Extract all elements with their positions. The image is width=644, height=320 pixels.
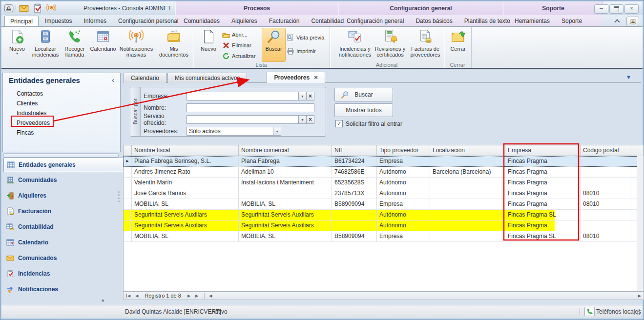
grid-cell[interactable]: Segurinitat Serveis Auxiliars xyxy=(132,210,239,220)
grid-cell[interactable]: Segurinitat Serveis Auxiliars xyxy=(239,220,332,231)
grid-cell[interactable] xyxy=(430,178,505,188)
ribbon-tab-alquileres[interactable]: Alquileres xyxy=(226,16,263,26)
grid-row[interactable]: ▸Plana Fabrega Serinseg, S.L.Plana Fabre… xyxy=(124,156,644,167)
ribbon-tab-facturacion[interactable]: Facturación xyxy=(264,16,305,26)
ribbon-tab-plantillas[interactable]: Plantillas de texto xyxy=(459,16,516,26)
grid-cell[interactable] xyxy=(332,210,377,220)
scroll-right-button[interactable]: ▶ xyxy=(636,294,644,298)
grid-cell[interactable]: Autónomo xyxy=(377,220,430,231)
minimize-button[interactable]: – xyxy=(594,4,608,14)
row-selector[interactable] xyxy=(124,167,132,177)
sidebar-item-clientes[interactable]: Clientes xyxy=(17,100,38,107)
grid-cell[interactable] xyxy=(581,178,630,188)
cerrar-button[interactable]: Cerrar xyxy=(445,28,471,62)
grid-cell[interactable]: Adellman 10 xyxy=(239,167,332,177)
buscar-button[interactable]: Buscar xyxy=(334,88,393,101)
grid-cell[interactable]: MOBILIA, SL xyxy=(132,199,239,209)
sidebar-item-industriales[interactable]: Industriales xyxy=(17,110,46,117)
ribbon-tab-configuracion-general[interactable]: Configuración general xyxy=(341,16,409,26)
grid-cell[interactable] xyxy=(239,188,332,199)
sidebar-overflow-chevron[interactable]: ▾ xyxy=(102,298,104,304)
grid-cell[interactable]: Fincas Pragma SL xyxy=(505,210,581,220)
grid-row[interactable]: José García Ramos23785713XAutónomoFincas… xyxy=(124,188,644,199)
ribbon-tab-comunidades[interactable]: Comunidades xyxy=(178,16,225,26)
app-icon[interactable] xyxy=(4,3,14,13)
ribbon-tab-informes[interactable]: Informes xyxy=(78,16,112,26)
grid-cell[interactable]: Fincas Pragma xyxy=(505,178,581,188)
tab-calendario[interactable]: Calendario xyxy=(124,73,166,83)
tab-proveedores[interactable]: Proveedores× xyxy=(267,72,325,83)
empresa-input[interactable] xyxy=(187,92,299,100)
mis-documentos-button[interactable]: Mis documentos xyxy=(155,28,193,62)
grid-cell[interactable]: Plana Fabrega xyxy=(239,156,332,166)
grid-row[interactable]: Segurinitat Serveis AuxiliarsSegurinitat… xyxy=(124,220,644,231)
localizar-incidencias-button[interactable]: Localizar incidencias xyxy=(30,28,61,62)
grid-cell[interactable]: 08010 xyxy=(581,231,630,241)
previous-record-button[interactable]: ◀ xyxy=(133,294,141,298)
grid-cell[interactable] xyxy=(581,210,630,220)
grid-cell[interactable]: Empresa xyxy=(377,231,430,241)
vista-previa-button[interactable]: Vista previa xyxy=(287,33,324,42)
grid-cell[interactable]: Fincas Pragma xyxy=(505,199,581,209)
grid-cell[interactable] xyxy=(430,156,505,166)
column-header-localizacion[interactable]: Localización xyxy=(430,145,505,156)
grid-cell[interactable] xyxy=(430,210,505,220)
sidebar-item-contactos[interactable]: Contactos xyxy=(17,90,43,97)
grid-row[interactable]: Segurinitat Serveis AuxiliarsSegurinitat… xyxy=(124,210,644,220)
solicitar-filtro-checkbox[interactable]: ✓ xyxy=(335,120,343,127)
eliminar-button[interactable]: Eliminar xyxy=(222,40,251,50)
grid-row[interactable]: MOBILIA, SLMOBILIA, SLB58909094EmpresaFi… xyxy=(124,199,644,210)
grid-cell[interactable]: Barcelona (Barcelona) xyxy=(430,167,505,177)
grid-cell[interactable]: 74682586E xyxy=(332,167,377,177)
row-selector[interactable] xyxy=(124,199,132,209)
mostrar-todos-button[interactable]: Mostrar todos xyxy=(334,103,393,117)
proveedores-dropdown-button[interactable]: ▾ xyxy=(273,127,281,136)
grid-cell[interactable] xyxy=(430,220,505,231)
local-phones-button[interactable] xyxy=(584,307,595,316)
ribbon-tab-configuracion-personal[interactable]: Configuración personal xyxy=(113,16,184,26)
tab-close-icon[interactable]: × xyxy=(314,74,318,81)
facturas-proveedores-button[interactable]: Facturas de proveedores xyxy=(408,28,443,62)
grid-row[interactable]: Andres Jimenez RatoAdellman 1074682586EA… xyxy=(124,167,644,178)
scroll-left-button[interactable]: ◀ xyxy=(207,294,214,298)
sidebar-drag-handle[interactable] xyxy=(118,191,120,202)
grid-cell[interactable] xyxy=(430,188,505,199)
ribbon-tab-principal[interactable]: Principal xyxy=(4,16,39,27)
grid-cell[interactable]: B58909094 xyxy=(332,199,377,209)
grid-cell[interactable] xyxy=(430,231,505,241)
first-record-button[interactable]: ◀ xyxy=(124,294,133,298)
grid-cell[interactable] xyxy=(581,220,630,231)
grid-cell[interactable]: Valentín Marín xyxy=(132,178,239,188)
row-selector[interactable]: ▸ xyxy=(124,156,132,166)
empresa-dropdown-button[interactable]: ▾ xyxy=(298,92,307,100)
grid-cell[interactable]: Instal·lacions i Manteniment xyxy=(239,178,332,188)
row-selector[interactable] xyxy=(124,231,132,241)
grid-row[interactable]: Valentín MarínInstal·lacions i Mantenime… xyxy=(124,178,644,188)
help-app-button[interactable] xyxy=(626,17,639,26)
servicio-dropdown-button[interactable]: ▾ xyxy=(298,115,307,124)
ribbon-tab-impuestos[interactable]: Impuestos xyxy=(40,16,77,26)
grid-cell[interactable]: MOBILIA, SL xyxy=(239,231,332,241)
proveedores-select[interactable]: Sólo activos xyxy=(187,127,273,136)
grid-cell[interactable]: Autónomo xyxy=(377,210,430,220)
grid-cell[interactable]: B58909094 xyxy=(332,231,377,241)
nuevo-lista-button[interactable]: Nuevo xyxy=(196,28,221,62)
grid-cell[interactable]: Autónomo xyxy=(377,188,430,199)
grid-cell[interactable]: Plana Fabrega Serinseg, S.L. xyxy=(132,156,239,166)
abrir-button[interactable]: Abrir... xyxy=(222,30,248,40)
row-selector[interactable] xyxy=(124,220,132,231)
empresa-clear-button[interactable]: × xyxy=(306,92,314,100)
grid-cell[interactable]: 65235628S xyxy=(332,178,377,188)
ribbon-tab-soporte[interactable]: Soporte xyxy=(556,16,587,26)
imprimir-button[interactable]: Imprimir xyxy=(287,46,316,56)
recoger-llamada-button[interactable]: Recoger llamada xyxy=(61,28,88,62)
grid-cell[interactable] xyxy=(332,220,377,231)
grid-cell[interactable]: 08010 xyxy=(581,199,630,209)
next-record-button[interactable]: ▶ xyxy=(185,294,193,298)
servicio-input[interactable] xyxy=(187,115,299,124)
column-header-empresa[interactable]: Empresa xyxy=(505,145,581,156)
grid-cell[interactable]: Fincas Pragma xyxy=(505,156,581,166)
grid-cell[interactable]: Fincas Pragma SL xyxy=(505,231,581,241)
column-header-nombre-comercial[interactable]: Nombre comercial xyxy=(239,145,332,156)
restore-button[interactable] xyxy=(609,4,623,14)
